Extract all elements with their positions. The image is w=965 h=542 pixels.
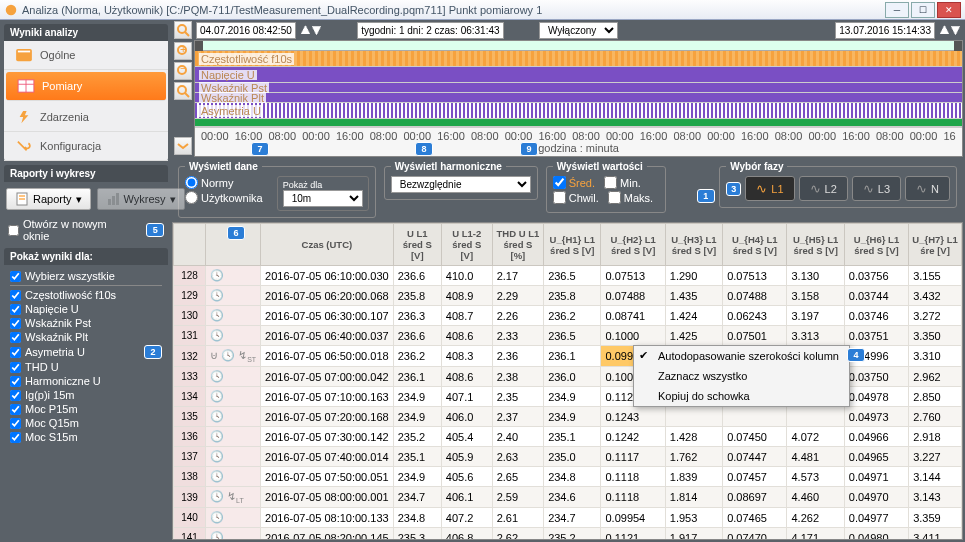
chk-ig[interactable] [10,390,21,401]
table-row[interactable]: 128🕓2016-07-05 06:10:00.030236.6410.02.1… [174,266,962,286]
select-all-checkbox[interactable] [10,271,21,282]
radio-uzyt[interactable] [185,191,198,204]
cell: 0.1118 [601,467,665,487]
close-button[interactable]: ✕ [937,2,961,18]
col-header[interactable]: U_{H3} L1 śred S [V] [665,224,722,266]
check-label: Wskaźnik Plt [25,331,88,343]
end-time[interactable]: 13.07.2016 15:14:33 [835,22,935,39]
cb-label: Maks. [624,192,653,204]
table-row[interactable]: 139🕓 ↯LT2016-07-05 08:00:00.001234.7406.… [174,487,962,508]
bolt-icon [14,110,32,124]
chk-p15[interactable] [10,404,21,415]
cell: 3.158 [787,286,844,306]
raporty-button[interactable]: Raporty ▾ [6,188,91,210]
row-number: 134 [174,387,206,407]
col-header[interactable]: U L1-2 śred S [V] [441,224,492,266]
cell: 0.04966 [844,427,908,447]
cb-min[interactable] [604,176,617,189]
pokaz-dla-select[interactable]: 10m [283,190,363,207]
row-number: 141 [174,528,206,540]
cell-time: 2016-07-05 06:20:00.068 [261,286,394,306]
cell: 235.3 [393,528,441,540]
nav-pomiary[interactable]: Pomiary [6,72,166,101]
col-header[interactable]: U_{H7} L1 śre [V] [909,224,962,266]
cell: 3.432 [909,286,962,306]
col-header[interactable]: U_{H5} L1 śred S [V] [787,224,844,266]
col-header[interactable] [174,224,206,266]
check-label: Moc Q15m [25,417,79,429]
cb-label: Śred. [569,177,595,189]
cell: 235.1 [393,447,441,467]
mode-select[interactable]: Wyłączony [539,22,618,39]
table-row[interactable]: 130🕓2016-07-05 06:30:00.107236.3408.72.2… [174,306,962,326]
cell: 3.227 [909,447,962,467]
cell: 236.5 [544,326,601,346]
chk-harm[interactable] [10,376,21,387]
chk-pst[interactable] [10,318,21,329]
tick: 16:00 [640,130,668,142]
wykresy-button[interactable]: Wykresy ▾ [97,188,185,210]
table-row[interactable]: 137🕓2016-07-05 07:40:00.014235.1405.92.6… [174,447,962,467]
phase-n[interactable]: ∿N [905,176,950,201]
phase-l2[interactable]: ∿L2 [799,176,848,201]
cell: 4.460 [787,487,844,508]
chk-thd[interactable] [10,362,21,373]
cell: 3.130 [787,266,844,286]
cell: 0.1000 [601,326,665,346]
table-row[interactable]: 129🕓2016-07-05 06:20:00.068235.8408.92.2… [174,286,962,306]
expand-icon[interactable] [174,137,192,155]
col-header[interactable]: U_{H1} L1 śred S [V] [544,224,601,266]
col-header[interactable]: U_{H2} L1 śred S [V] [601,224,665,266]
wave-icon: ∿ [810,181,821,196]
start-time[interactable]: 04.07.2016 08:42:50 [196,22,296,39]
chk-freq[interactable] [10,290,21,301]
open-new-checkbox[interactable] [8,225,19,236]
cell: 234.6 [544,487,601,508]
cell: 234.7 [544,508,601,528]
cell: 2.36 [492,346,543,367]
nav-ogolne[interactable]: Ogólne [4,41,168,70]
callout-3: 3 [726,182,741,196]
cb-maks[interactable] [608,191,621,204]
zoom-out-icon[interactable]: − [174,62,192,80]
zoom-fit-icon[interactable] [174,21,192,39]
nav-zdarzenia[interactable]: Zdarzenia [4,103,168,132]
chk-plt[interactable] [10,332,21,343]
phase-l3[interactable]: ∿L3 [852,176,901,201]
cb-chwil[interactable] [553,191,566,204]
table-row[interactable]: 140🕓2016-07-05 08:10:00.133234.8407.22.6… [174,508,962,528]
table-row[interactable]: 131🕓2016-07-05 06:40:00.037236.6408.62.3… [174,326,962,346]
ctx-copy[interactable]: Kopiuj do schowka [634,386,849,406]
chk-asym[interactable] [10,347,21,358]
table-row[interactable]: 136🕓2016-07-05 07:30:00.142235.2405.42.4… [174,427,962,447]
col-header[interactable]: U L1 śred S [V] [393,224,441,266]
phase-label: L1 [771,183,783,195]
radio-normy[interactable] [185,176,198,189]
harm-select[interactable]: Bezwzględnie [391,176,531,193]
ctx-autofit[interactable]: ✔Autodopasowanie szerokości kolumn 4 [634,346,849,366]
table-row[interactable]: 141🕓2016-07-05 08:20:00.145235.3406.82.6… [174,528,962,540]
chk-q15[interactable] [10,418,21,429]
chk-napiecie[interactable] [10,304,21,315]
col-header[interactable]: THD U L1 śred S [%] [492,224,543,266]
chk-s15[interactable] [10,432,21,443]
ctx-label: Kopiuj do schowka [658,390,750,402]
phase-l1[interactable]: ∿L1 [745,176,794,201]
col-header[interactable]: U_{H6} L1 śred S [V] [844,224,908,266]
table-row[interactable]: 138🕓2016-07-05 07:50:00.051234.9405.62.6… [174,467,962,487]
maximize-button[interactable]: ☐ [911,2,935,18]
cell: 0.07450 [723,427,787,447]
minimize-button[interactable]: ─ [885,2,909,18]
cb-sred[interactable] [553,176,566,189]
col-header[interactable]: Czas (UTC) [261,224,394,266]
cell: 2.61 [492,508,543,528]
chart-icon [106,192,120,206]
col-header[interactable]: U_{H4} L1 śred S [V] [723,224,787,266]
ctx-select-all[interactable]: Zaznacz wszystko [634,366,849,386]
track-label: Napięcie U [199,70,257,80]
nav-konfiguracja[interactable]: Konfiguracja [4,132,168,161]
cell: 1.839 [665,467,722,487]
zoom-in-icon[interactable]: + [174,42,192,60]
zoom-fit2-icon[interactable] [174,82,192,100]
table-row[interactable]: 135🕓2016-07-05 07:20:00.168234.9406.02.3… [174,407,962,427]
